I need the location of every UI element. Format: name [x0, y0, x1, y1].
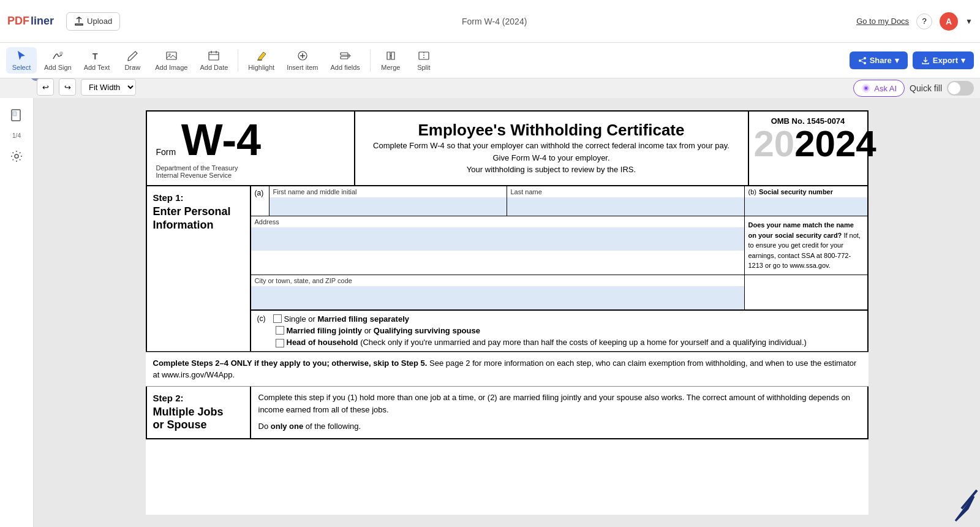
- ssn-header: (b) Social security number: [745, 186, 867, 197]
- address-input[interactable]: [251, 227, 744, 251]
- gear-icon: [10, 150, 23, 163]
- address-row: Address Does your name match the name on…: [251, 216, 867, 275]
- svg-point-13: [168, 53, 171, 56]
- upload-label: Upload: [87, 17, 112, 26]
- page-icon: [10, 108, 23, 122]
- svg-text:T: T: [92, 51, 98, 61]
- tool-add-text[interactable]: T Add Text: [79, 47, 115, 74]
- share-label: Share: [870, 56, 892, 65]
- tool-add-sign[interactable]: Add Sign: [39, 47, 77, 74]
- checkbox1-label: Single or Married filing separately: [284, 314, 410, 324]
- lastname-input[interactable]: [507, 197, 744, 216]
- insert-item-icon: [296, 50, 309, 62]
- select-icon: [15, 50, 28, 62]
- step2-content: Complete this step if you (1) hold more …: [251, 387, 867, 438]
- checkbox-row-married-jointly: Married filing jointly or Qualifying sur…: [276, 326, 861, 335]
- redo-button[interactable]: ↪: [59, 78, 76, 96]
- sidebar-settings-icon[interactable]: [6, 145, 28, 167]
- step1-section: Step 1: Enter Personal Information (a) F…: [146, 186, 869, 352]
- step2-do: Do only one of the following.: [258, 420, 860, 433]
- logo-liner: liner: [31, 15, 54, 28]
- quick-fill-area: Ask AI Quick fill: [853, 80, 974, 97]
- draw-icon: [126, 50, 138, 62]
- add-text-icon: T: [91, 50, 103, 62]
- info-section: Complete Steps 2–4 ONLY if they apply to…: [146, 352, 869, 387]
- logo-pdf: PDF: [7, 15, 29, 28]
- checkbox-head-of-household[interactable]: [276, 339, 284, 347]
- svg-point-19: [864, 57, 866, 59]
- tool-draw[interactable]: Draw: [117, 47, 148, 74]
- city-right-spacer: [745, 275, 867, 309]
- split-icon: [418, 50, 430, 62]
- form-prefix: Form: [156, 147, 176, 157]
- header-dropdown[interactable]: ▼: [965, 17, 973, 26]
- checkbox-row-head: Head of household (Check only if you're …: [276, 338, 861, 347]
- share-button[interactable]: Share ▾: [850, 51, 908, 69]
- checkbox3-label: Head of household (Check only if you're …: [287, 338, 807, 347]
- step2-label: Step 2: Multiple Jobs or Spouse: [147, 387, 251, 438]
- firstname-input[interactable]: [270, 197, 507, 216]
- city-row: City or town, state, and ZIP code: [251, 275, 867, 310]
- export-dropdown[interactable]: ▾: [961, 56, 965, 65]
- tool-add-date[interactable]: Add Date: [195, 47, 233, 74]
- checkbox2-label: Married filing jointly or Qualifying sur…: [287, 326, 480, 335]
- tool-add-fields[interactable]: Add fields: [326, 47, 365, 74]
- svg-rect-12: [167, 52, 176, 59]
- svg-point-21: [864, 62, 866, 64]
- form-number: W-4: [181, 115, 262, 164]
- form-subtitle2: Give Form W-4 to your employer.: [364, 152, 739, 164]
- step2-desc: Complete this step if you (1) hold more …: [258, 392, 860, 417]
- help-button[interactable]: ?: [916, 13, 932, 29]
- header: PDF liner Upload Form W-4 (2024) Go to m…: [0, 0, 980, 43]
- toolbar: Select Add Sign T Add Text Draw Add Imag…: [0, 43, 980, 78]
- lastname-label: Last name: [507, 186, 744, 197]
- checkbox-row-c-label: (c) Single or Married filing separately: [257, 314, 861, 324]
- svg-rect-17: [341, 56, 348, 59]
- avatar[interactable]: A: [940, 12, 958, 31]
- city-label: City or town, state, and ZIP code: [251, 275, 744, 286]
- ask-ai-label: Ask AI: [874, 84, 897, 93]
- svg-point-20: [859, 59, 861, 62]
- upload-button[interactable]: Upload: [66, 12, 120, 31]
- field-a-label: (a): [255, 189, 264, 197]
- undo-button[interactable]: ↩: [37, 78, 54, 96]
- export-button[interactable]: Export ▾: [913, 51, 974, 69]
- share-dropdown[interactable]: ▾: [895, 56, 899, 65]
- checkbox-single[interactable]: [273, 314, 282, 323]
- step1-number: Step 1:: [153, 192, 244, 203]
- city-input[interactable]: [251, 286, 744, 309]
- main-content: Form W-4 Department of the Treasury Inte…: [34, 98, 980, 527]
- checkbox-married-jointly[interactable]: [276, 326, 284, 335]
- toggle-knob: [948, 82, 960, 94]
- tool-insert-item[interactable]: Insert item: [282, 47, 323, 74]
- ssn-input[interactable]: [745, 197, 867, 216]
- export-label: Export: [933, 56, 958, 65]
- fit-width-select[interactable]: Fit Width: [81, 79, 136, 96]
- firstname-label: First name and middle initial: [270, 186, 507, 197]
- add-date-icon: [208, 50, 220, 62]
- ask-ai-button[interactable]: Ask AI: [853, 80, 905, 97]
- quick-fill-toggle[interactable]: [947, 81, 974, 96]
- tool-highlight[interactable]: Highlight: [243, 47, 279, 74]
- go-to-docs-link[interactable]: Go to my Docs: [856, 17, 909, 26]
- add-sign-icon: [51, 50, 64, 62]
- left-sidebar: 1/4: [0, 98, 34, 527]
- upload-icon: [74, 17, 84, 26]
- tool-add-image[interactable]: Add Image: [150, 47, 192, 74]
- sidebar-page-icon[interactable]: [6, 104, 28, 126]
- step1-name: Enter Personal Information: [153, 205, 244, 232]
- tool-split[interactable]: Split: [409, 47, 439, 74]
- name-match-text: Does your name match the name on your so…: [745, 216, 867, 275]
- export-icon: [921, 56, 930, 65]
- form-subtitle1: Complete Form W-4 so that your employer …: [364, 140, 739, 152]
- step1-content: (a) First name and middle initial Last n…: [251, 186, 867, 351]
- tool-select[interactable]: Select: [6, 47, 37, 74]
- svg-rect-14: [209, 52, 219, 60]
- svg-point-27: [15, 154, 18, 158]
- step2-section: Step 2: Multiple Jobs or Spouse Complete…: [146, 387, 869, 439]
- tool-merge[interactable]: Merge: [375, 47, 406, 74]
- firstname-cell: First name and middle initial: [270, 186, 507, 216]
- form-container: Form W-4 Department of the Treasury Inte…: [146, 110, 869, 515]
- add-fields-icon: [339, 50, 352, 62]
- quick-fill-label: Quick fill: [910, 83, 942, 93]
